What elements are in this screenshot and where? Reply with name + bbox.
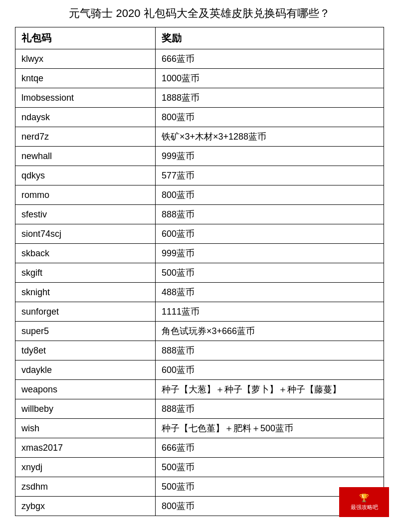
table-row: qdkys577蓝币	[15, 166, 384, 185]
table-row: siont74scj600蓝币	[15, 224, 384, 244]
table-cell-code: zybgx	[15, 497, 155, 516]
watermark-badge: 🏆 最强攻略吧	[339, 487, 389, 517]
table-row: vdaykle600蓝币	[15, 360, 384, 380]
table-cell-code: weapons	[15, 380, 155, 399]
table-cell-reward: 种子【七色堇】＋肥料＋500蓝币	[155, 419, 384, 438]
column-header-code: 礼包码	[15, 27, 155, 49]
table-cell-code: xnydj	[15, 458, 155, 477]
table-cell-code: sfestiv	[15, 205, 155, 224]
table-row: lmobsessiont1888蓝币	[15, 88, 384, 108]
table-row: sunforget1111蓝币	[15, 302, 384, 322]
table-row: wish种子【七色堇】＋肥料＋500蓝币	[15, 419, 384, 438]
table-cell-reward: 500蓝币	[155, 458, 384, 477]
table-cell-code: vdaykle	[15, 360, 155, 380]
table-cell-reward: 800蓝币	[155, 108, 384, 127]
table-header-row: 礼包码 奖励	[15, 27, 384, 49]
table-cell-reward: 1000蓝币	[155, 69, 384, 88]
table-row: xmas2017666蓝币	[15, 438, 384, 458]
gift-code-table: 礼包码 奖励 klwyx666蓝币kntqe1000蓝币lmobsessiont…	[15, 27, 384, 516]
table-row: skback999蓝币	[15, 244, 384, 263]
table-cell-code: tdy8et	[15, 341, 155, 360]
table-cell-reward: 500蓝币	[155, 263, 384, 283]
table-row: super5角色试玩券×3+666蓝币	[15, 322, 384, 341]
table-cell-code: kntqe	[15, 69, 155, 88]
table-cell-code: willbeby	[15, 399, 155, 419]
table-row: zybgx800蓝币	[15, 497, 384, 516]
table-row: zsdhm500蓝币	[15, 477, 384, 497]
table-cell-code: qdkys	[15, 166, 155, 185]
table-cell-reward: 800蓝币	[155, 185, 384, 205]
table-cell-code: wish	[15, 419, 155, 438]
table-cell-reward: 888蓝币	[155, 205, 384, 224]
table-row: nerd7z铁矿×3+木材×3+1288蓝币	[15, 127, 384, 147]
table-cell-reward: 888蓝币	[155, 399, 384, 419]
table-cell-reward: 888蓝币	[155, 341, 384, 360]
table-cell-reward: 999蓝币	[155, 244, 384, 263]
table-cell-reward: 488蓝币	[155, 283, 384, 302]
table-cell-reward: 666蓝币	[155, 49, 384, 69]
table-cell-code: sknight	[15, 283, 155, 302]
table-cell-reward: 999蓝币	[155, 147, 384, 166]
table-cell-code: newhall	[15, 147, 155, 166]
table-cell-reward: 种子【大葱】＋种子【萝卜】＋种子【藤蔓】	[155, 380, 384, 399]
table-row: klwyx666蓝币	[15, 49, 384, 69]
table-cell-code: super5	[15, 322, 155, 341]
table-cell-code: rommo	[15, 185, 155, 205]
table-row: sfestiv888蓝币	[15, 205, 384, 224]
main-table-container: 礼包码 奖励 klwyx666蓝币kntqe1000蓝币lmobsessiont…	[15, 27, 384, 516]
table-cell-reward: 600蓝币	[155, 360, 384, 380]
table-cell-code: nerd7z	[15, 127, 155, 147]
watermark-icon: 🏆	[359, 493, 369, 503]
table-cell-reward: 666蓝币	[155, 438, 384, 458]
table-cell-code: zsdhm	[15, 477, 155, 497]
page-title: 元气骑士 2020 礼包码大全及英雄皮肤兑换码有哪些？	[0, 0, 399, 27]
table-cell-reward: 角色试玩券×3+666蓝币	[155, 322, 384, 341]
table-row: xnydj500蓝币	[15, 458, 384, 477]
table-row: newhall999蓝币	[15, 147, 384, 166]
table-row: weapons种子【大葱】＋种子【萝卜】＋种子【藤蔓】	[15, 380, 384, 399]
table-row: tdy8et888蓝币	[15, 341, 384, 360]
table-row: ndaysk800蓝币	[15, 108, 384, 127]
table-cell-code: sunforget	[15, 302, 155, 322]
table-row: skgift500蓝币	[15, 263, 384, 283]
table-cell-code: skback	[15, 244, 155, 263]
table-cell-code: ndaysk	[15, 108, 155, 127]
column-header-reward: 奖励	[155, 27, 384, 49]
table-cell-reward: 1111蓝币	[155, 302, 384, 322]
table-cell-reward: 600蓝币	[155, 224, 384, 244]
table-cell-reward: 577蓝币	[155, 166, 384, 185]
table-row: kntqe1000蓝币	[15, 69, 384, 88]
table-row: rommo800蓝币	[15, 185, 384, 205]
table-cell-reward: 铁矿×3+木材×3+1288蓝币	[155, 127, 384, 147]
table-row: sknight488蓝币	[15, 283, 384, 302]
table-cell-code: skgift	[15, 263, 155, 283]
table-row: willbeby888蓝币	[15, 399, 384, 419]
table-cell-code: lmobsessiont	[15, 88, 155, 108]
watermark-text: 最强攻略吧	[351, 504, 378, 511]
table-cell-code: klwyx	[15, 49, 155, 69]
table-cell-code: xmas2017	[15, 438, 155, 458]
table-cell-code: siont74scj	[15, 224, 155, 244]
table-cell-reward: 1888蓝币	[155, 88, 384, 108]
